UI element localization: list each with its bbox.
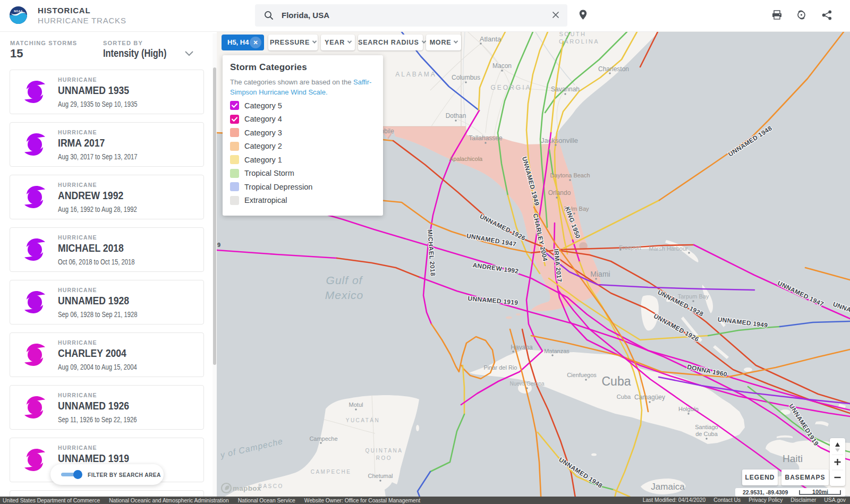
- svg-text:Holguín: Holguín: [678, 406, 699, 412]
- svg-text:SOUTH: SOUTH: [559, 32, 586, 37]
- svg-text:Motul: Motul: [349, 402, 363, 408]
- svg-text:Havana: Havana: [511, 344, 533, 351]
- svg-text:Haiti: Haiti: [783, 453, 803, 464]
- svg-text:Tarpum Bay: Tarpum Bay: [678, 293, 709, 300]
- svg-text:Atlanta: Atlanta: [480, 35, 502, 43]
- svg-text:Orlando: Orlando: [548, 189, 571, 197]
- svg-text:YUCATÁN: YUCATÁN: [346, 417, 380, 423]
- svg-text:Campeche: Campeche: [309, 435, 337, 442]
- svg-text:Savannah: Savannah: [551, 86, 580, 93]
- svg-text:Cienfuegos: Cienfuegos: [567, 372, 597, 378]
- svg-text:Nueva Gerona: Nueva Gerona: [509, 381, 544, 387]
- svg-text:Marsh Harbour: Marsh Harbour: [649, 245, 688, 252]
- svg-text:QUINTANA: QUINTANA: [366, 448, 403, 454]
- svg-text:ALABAMA: ALABAMA: [395, 71, 437, 78]
- svg-text:100mi: 100mi: [812, 489, 828, 495]
- svg-text:Freeport: Freeport: [619, 244, 641, 251]
- svg-text:Miami: Miami: [590, 270, 610, 278]
- svg-text:CAMPECHE: CAMPECHE: [311, 469, 352, 475]
- svg-text:CAROLINA: CAROLINA: [559, 38, 599, 45]
- svg-text:Jacksonville: Jacksonville: [541, 136, 578, 144]
- svg-text:mapbox: mapbox: [233, 484, 261, 492]
- svg-text:Tallahassee: Tallahassee: [469, 134, 503, 142]
- svg-text:ROO: ROO: [376, 455, 392, 461]
- svg-text:Dothan: Dothan: [446, 112, 466, 119]
- svg-text:Daytona Beach: Daytona Beach: [550, 172, 590, 178]
- svg-text:Camagüey: Camagüey: [634, 394, 665, 401]
- svg-text:Matanzas: Matanzas: [544, 348, 570, 354]
- svg-text:Apalachicola: Apalachicola: [449, 156, 483, 162]
- svg-text:9: 9: [217, 242, 220, 248]
- svg-text:Cuba: Cuba: [602, 374, 631, 388]
- svg-text:Chetumal: Chetumal: [368, 473, 393, 479]
- svg-text:Pinar del Rio: Pinar del Rio: [484, 364, 517, 371]
- svg-text:NOAA: NOAA: [14, 10, 22, 13]
- svg-text:Macon: Macon: [492, 62, 512, 70]
- svg-text:de Cuba: de Cuba: [695, 431, 718, 437]
- svg-text:Columbus: Columbus: [452, 74, 480, 81]
- svg-text:Cuba: Cuba: [617, 394, 631, 400]
- svg-text:GEORGIA: GEORGIA: [490, 84, 531, 91]
- svg-text:Jamaica: Jamaica: [651, 482, 685, 492]
- svg-text:Santiago: Santiago: [695, 424, 718, 430]
- svg-text:Mexico: Mexico: [325, 289, 364, 301]
- svg-text:Gulf of: Gulf of: [326, 274, 363, 286]
- svg-text:Charleston: Charleston: [598, 65, 629, 73]
